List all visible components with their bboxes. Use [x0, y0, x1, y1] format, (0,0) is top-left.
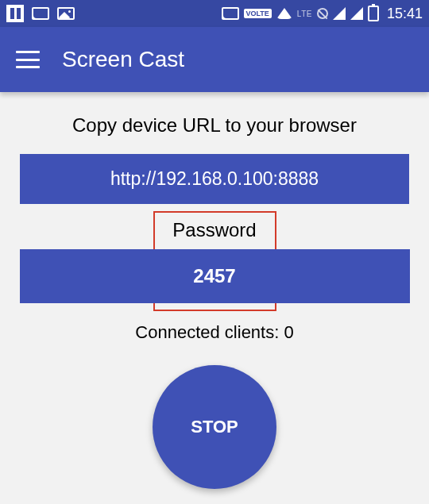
- status-left-group: [6, 5, 75, 22]
- no-data-icon: [317, 8, 328, 19]
- cast-notification-icon: [32, 7, 49, 20]
- signal-icon-1: [333, 7, 346, 20]
- battery-icon: 89: [368, 6, 379, 21]
- signal-icon-2: [350, 7, 363, 20]
- password-label: Password: [155, 219, 275, 241]
- battery-level: 89: [369, 10, 377, 17]
- highlight-annotation: Password 2457: [153, 211, 276, 311]
- password-value: 2457: [20, 249, 410, 303]
- lte-label: LTE: [297, 10, 312, 18]
- url-display: http://192.168.0.100:8888: [20, 154, 409, 204]
- wifi-icon: [276, 8, 292, 19]
- image-notification-icon: [57, 7, 75, 20]
- instruction-text: Copy device URL to your browser: [0, 114, 429, 137]
- menu-icon[interactable]: [16, 51, 40, 68]
- password-section: Password 2457: [0, 211, 429, 311]
- app-title: Screen Cast: [62, 47, 184, 72]
- app-bar: Screen Cast: [0, 27, 429, 92]
- clock: 15:41: [387, 6, 423, 22]
- status-right-group: VOLTE LTE 89 15:41: [222, 6, 423, 22]
- volte-badge: VOLTE: [244, 9, 272, 18]
- main-content: Copy device URL to your browser http://1…: [0, 92, 429, 489]
- connected-clients: Connected clients: 0: [0, 322, 429, 343]
- cast-status-icon: [222, 7, 239, 20]
- stop-button[interactable]: STOP: [153, 365, 276, 489]
- pause-icon: [6, 5, 24, 22]
- status-bar: VOLTE LTE 89 15:41: [0, 0, 429, 27]
